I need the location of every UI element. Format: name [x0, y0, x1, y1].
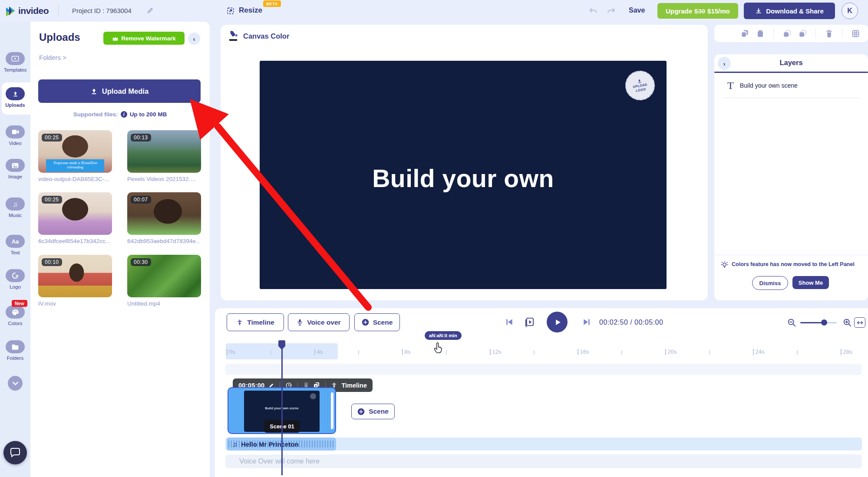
resize-icon: [226, 7, 235, 15]
sidebar-item-music[interactable]: ♫ Music: [0, 197, 30, 218]
collapse-panel-button[interactable]: ‹: [188, 33, 200, 45]
voice-over-button[interactable]: Voice over: [288, 313, 350, 331]
show-me-button[interactable]: Show Me: [792, 276, 829, 289]
timeline-button[interactable]: Timeline: [227, 313, 284, 331]
canvas-tools-strip: [714, 25, 868, 42]
sidebar-item-folders[interactable]: Folders: [0, 340, 30, 361]
upgrade-old-price: $30: [694, 7, 705, 15]
edit-project-id-icon[interactable]: [147, 7, 154, 14]
file-name: 6c34dfceef854e17b342cc...: [38, 238, 112, 244]
topbar-divider: [58, 5, 59, 16]
save-button[interactable]: Save: [629, 7, 645, 14]
info-icon[interactable]: i: [121, 111, 127, 118]
grid-layout-icon[interactable]: [848, 30, 863, 38]
canvas-text-element[interactable]: Build your own: [260, 164, 667, 193]
sidebar-item-colors[interactable]: Colors: [0, 306, 30, 326]
ruler-minor-tick: [446, 350, 447, 355]
chevron-left-icon: ‹: [193, 35, 195, 43]
download-share-button[interactable]: Download & Share: [744, 3, 835, 19]
colors-notice-text: Colors feature has now moved to the Left…: [732, 261, 863, 267]
file-name: IV.mov: [38, 300, 112, 307]
remove-watermark-button[interactable]: Remove Watermark: [103, 32, 185, 45]
trim-handle[interactable]: [331, 392, 333, 429]
upload-file-card[interactable]: 00:10 IV.mov: [38, 255, 112, 307]
folders-link[interactable]: Folders >: [39, 54, 66, 61]
microphone-icon: [297, 319, 303, 326]
image-icon: [6, 159, 25, 172]
clip-timeline-label[interactable]: Timeline: [341, 382, 367, 389]
upload-file-card[interactable]: 00:07 642db953aebd47d78394e...: [127, 192, 201, 244]
folders-icon: [6, 340, 25, 353]
playhead-line[interactable]: [281, 347, 283, 475]
sidebar-item-uploads[interactable]: Uploads: [0, 87, 30, 108]
sidebar-item-image[interactable]: Image: [0, 159, 30, 179]
add-scene-button[interactable]: Scene: [351, 404, 395, 419]
plus-circle-icon: [357, 408, 365, 415]
upload-file-card[interactable]: 00:25 Tropicana made a $5omillion rebran…: [38, 130, 112, 182]
dismiss-button[interactable]: Dismiss: [752, 276, 788, 290]
paste-icon[interactable]: [752, 30, 768, 38]
zoom-slider-knob[interactable]: [821, 319, 827, 326]
supported-files-row: Supported files: i Up to 200 MB: [30, 111, 210, 118]
upload-file-card[interactable]: 00:30 Untitled.mp4: [127, 255, 201, 307]
resize-button[interactable]: Resize: [239, 6, 262, 15]
duration-badge: 00:25: [42, 134, 62, 141]
upload-file-card[interactable]: 00:13 Pexels Videos 2021532.mp4: [127, 130, 201, 182]
supported-files-label: Supported files:: [73, 111, 118, 118]
upgrade-label: Upgrade: [666, 7, 692, 15]
upload-media-label: Upload Media: [102, 87, 149, 95]
hand-cursor-icon: [432, 342, 444, 354]
layer-row-text[interactable]: T Build your own scene: [727, 80, 798, 91]
sidebar-item-video[interactable]: Video: [0, 125, 30, 146]
text-icon: Aa: [6, 235, 25, 248]
ruler-minor-tick: [358, 350, 359, 355]
play-button[interactable]: [547, 312, 568, 332]
layers-title: Layers: [714, 59, 868, 67]
sidebar-item-text[interactable]: Aa Text: [0, 235, 30, 255]
zoom-in-icon[interactable]: [843, 318, 852, 327]
upload-file-card[interactable]: 00:25 6c34dfceef854e17b342cc...: [38, 192, 112, 244]
upgrade-button[interactable]: Upgrade $30 $15/mo: [657, 3, 738, 19]
add-scene-label: Scene: [369, 408, 389, 415]
skip-back-icon[interactable]: [505, 318, 514, 326]
skip-forward-icon[interactable]: [582, 318, 591, 326]
zoom-out-icon[interactable]: [787, 318, 796, 327]
bulb-icon: [720, 260, 729, 270]
scene-duration-dot: [310, 393, 316, 399]
upload-media-button[interactable]: Upload Media: [38, 79, 201, 103]
chevron-down-icon: [8, 376, 23, 391]
beta-badge: BETA: [263, 0, 281, 7]
sidebar-item-logo[interactable]: Logo: [0, 269, 30, 289]
preview-scenes-icon[interactable]: [524, 316, 535, 327]
plus-circle-icon: [362, 319, 369, 326]
upload-logo-button[interactable]: UPLOAD LOGO: [623, 69, 657, 103]
canvas-color-icon[interactable]: [228, 30, 240, 42]
fit-timeline-button[interactable]: [854, 317, 865, 328]
sidebar-expand-button[interactable]: [0, 376, 30, 391]
undo-icon[interactable]: [588, 6, 598, 16]
video-canvas-stage[interactable]: Build your own UPLOAD LOGO: [260, 61, 667, 289]
layers-panel: › Layers T Build your own scene Colors f…: [714, 54, 868, 300]
copy-icon[interactable]: [737, 30, 752, 38]
duration-badge: 00:30: [131, 258, 151, 266]
delete-icon[interactable]: [821, 30, 837, 38]
music-note-icon: ♫: [232, 441, 237, 448]
redo-icon[interactable]: [606, 6, 616, 16]
bring-forward-icon[interactable]: [779, 30, 795, 38]
timeline-sliders-icon: [236, 319, 243, 326]
video-thumbnail: 00:13: [127, 130, 201, 173]
voice-over-track[interactable]: Voice Over will come here: [225, 454, 862, 468]
send-backward-icon[interactable]: [795, 30, 810, 38]
canvas-color-button[interactable]: Canvas Color: [243, 32, 289, 40]
ruler-label: 24s: [753, 349, 764, 355]
file-name: 642db953aebd47d78394e...: [127, 238, 201, 244]
fit-width-icon: [857, 320, 863, 325]
chat-support-button[interactable]: [3, 441, 27, 464]
user-avatar[interactable]: K: [842, 3, 858, 19]
text-layer-icon: T: [727, 80, 734, 91]
audio-clip-label: Hello Mr Princeton: [241, 441, 299, 448]
add-scene-top-button[interactable]: Scene: [354, 313, 400, 331]
zoom-slider-track[interactable]: [800, 322, 837, 323]
project-id-label: Project ID : 7963004: [72, 7, 132, 14]
sidebar-item-templates[interactable]: Templates: [0, 52, 30, 72]
